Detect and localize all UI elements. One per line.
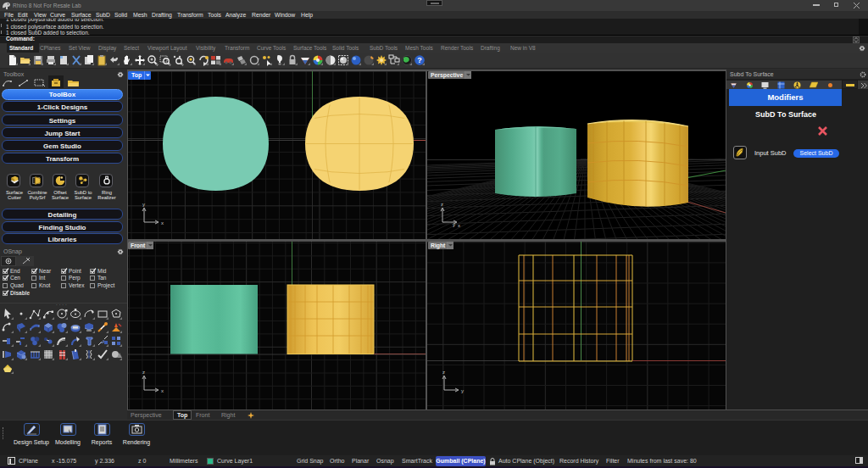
svg-text:y: y xyxy=(142,202,145,207)
svg-text:z: z xyxy=(442,370,445,375)
svg-text:?: ? xyxy=(417,56,422,64)
svg-text:x: x xyxy=(161,220,164,226)
svg-text:x: x xyxy=(458,223,460,228)
svg-text:z: z xyxy=(441,202,443,207)
svg-text:x: x xyxy=(161,388,164,393)
svg-text:z: z xyxy=(142,370,145,375)
svg-text:y: y xyxy=(453,222,455,227)
svg-text:y: y xyxy=(461,388,464,393)
